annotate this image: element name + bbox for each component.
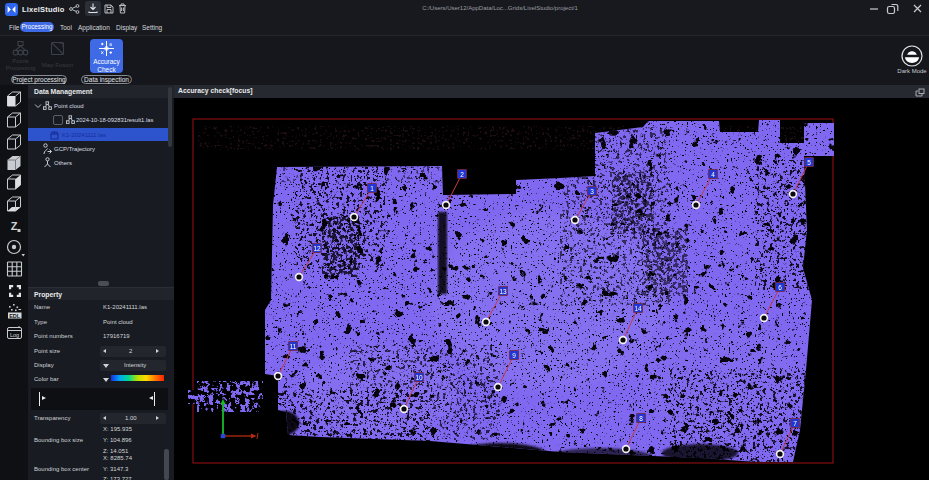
svg-text:5: 5 [807,159,811,166]
svg-text:1: 1 [370,185,374,192]
svg-text:7: 7 [793,420,797,427]
svg-text:Log: Log [10,332,19,338]
svg-text:8: 8 [639,415,643,422]
svg-text:13: 13 [499,288,507,295]
svg-text:10: 10 [415,374,423,381]
svg-text:6: 6 [778,284,782,291]
svg-text:14: 14 [634,305,642,312]
svg-text:2: 2 [460,171,464,178]
svg-text:3: 3 [590,188,594,195]
svg-text:Z: Z [11,220,18,232]
svg-text:4: 4 [711,171,715,178]
svg-text:11: 11 [290,343,297,350]
svg-text:EDL: EDL [9,313,21,319]
svg-text:12: 12 [313,245,321,252]
svg-text:9: 9 [512,352,516,359]
